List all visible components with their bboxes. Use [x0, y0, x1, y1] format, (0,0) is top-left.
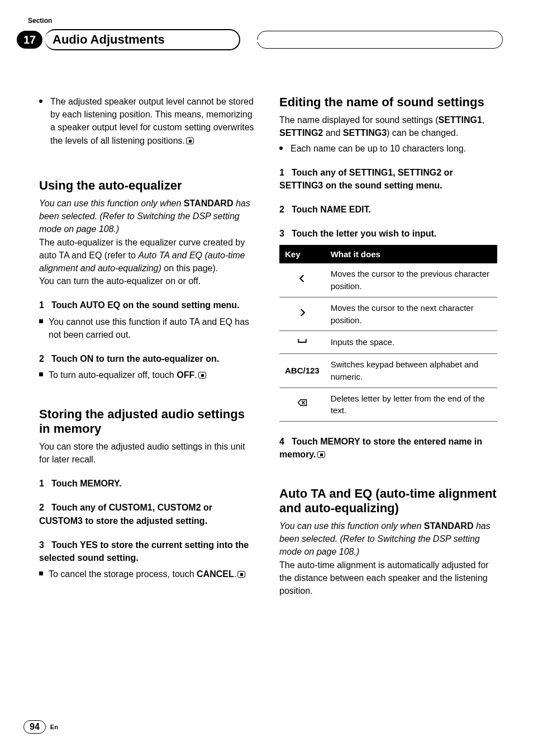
language-code: En — [50, 724, 58, 730]
bullet-text: Each name can be up to 10 characters lon… — [291, 142, 497, 155]
step-number: 3 — [279, 227, 292, 240]
text: , — [482, 115, 484, 125]
square-bullet-icon — [39, 372, 43, 376]
step-text: Touch any of CUSTOM1, CUSTOM2 or CUSTOM3… — [39, 503, 212, 525]
page-number: 94 — [23, 720, 46, 734]
step-number: 2 — [279, 203, 292, 216]
table-header-desc: What it does — [325, 245, 497, 264]
table-row: Moves the cursor to the next character p… — [279, 297, 497, 331]
step-text: Touch NAME EDIT. — [292, 205, 371, 214]
step: 1Touch any of SETTING1, SETTING2 or SETT… — [279, 166, 497, 192]
left-column: The adjusted speaker output level cannot… — [39, 95, 257, 597]
step-number: 4 — [279, 435, 292, 448]
step-number: 1 — [39, 477, 51, 490]
step-text: Touch MEMORY. — [51, 479, 121, 488]
key-cell-space — [279, 331, 325, 354]
desc-cell: Moves the cursor to the next character p… — [325, 297, 497, 331]
top-bullet-text: The adjusted speaker output level cannot… — [50, 97, 254, 145]
space-icon — [295, 336, 310, 346]
paragraph: The auto-time alignment is automatically… — [279, 559, 497, 598]
paragraph: You can turn the auto-equalizer on or of… — [39, 275, 257, 287]
step: 1Touch AUTO EQ on the sound setting menu… — [39, 299, 257, 341]
key-cell-abc123: ABC/123 — [279, 354, 325, 388]
key-cell-left-arrow — [279, 263, 325, 297]
backspace-icon — [296, 398, 308, 408]
heading-auto-ta-eq: Auto TA and EQ (auto-time alignment and … — [279, 486, 497, 515]
note-text: You cannot use this function if auto TA … — [49, 315, 257, 341]
step: 2Touch ON to turn the auto-equalizer on.… — [39, 352, 257, 381]
text: The name displayed for sound settings ( — [279, 115, 439, 125]
paragraph: You can store the adjusted audio setting… — [39, 440, 257, 466]
bold-text: OFF — [177, 370, 194, 380]
right-column: Editing the name of sound settings The n… — [279, 95, 497, 597]
bold-text: SETTING1 — [439, 115, 482, 125]
step-number: 3 — [39, 538, 51, 551]
section-label: Section — [28, 17, 52, 25]
step-note: You cannot use this function if auto TA … — [39, 315, 257, 341]
step-text: Touch the letter you wish to input. — [292, 229, 436, 238]
chevron-right-icon — [297, 308, 307, 318]
bold-text: CANCEL — [197, 569, 234, 579]
square-bullet-icon — [39, 571, 43, 575]
step-text: Touch AUTO EQ on the sound setting menu. — [51, 300, 240, 310]
paragraph: You can use this function only when STAN… — [279, 519, 497, 559]
italic-text: You can use this function only when — [279, 521, 424, 531]
end-section-icon — [186, 138, 194, 144]
key-table: Key What it does Moves the cursor to the… — [279, 245, 497, 422]
step-number: 1 — [39, 299, 51, 311]
note-text: To cancel the storage process, touch — [49, 569, 197, 579]
header-blank-pill — [257, 31, 503, 49]
text: on this page). — [161, 263, 218, 273]
heading-auto-equalizer: Using the auto-equalizer — [39, 178, 257, 192]
bullet-icon — [39, 100, 42, 103]
top-bullet: The adjusted speaker output level cannot… — [39, 95, 257, 147]
bold-text: STANDARD — [184, 199, 234, 208]
step: 3Touch YES to store the current setting … — [39, 538, 257, 581]
step: 4Touch MEMORY to store the entered name … — [279, 435, 497, 461]
bullet-icon — [279, 147, 283, 150]
text: ) can be changed. — [387, 128, 458, 138]
step: 2Touch NAME EDIT. — [279, 203, 497, 216]
step-number: 2 — [39, 352, 51, 365]
header-title-container: Audio Adjustments — [45, 29, 240, 50]
end-section-icon — [198, 372, 206, 379]
table-row: Moves the cursor to the previous charact… — [279, 263, 497, 297]
heading-editing-name: Editing the name of sound settings — [279, 95, 497, 109]
note-text: . — [234, 569, 236, 579]
desc-cell: Deletes letter by letter from the end of… — [325, 388, 497, 422]
step-text: Touch ON to turn the auto-equalizer on. — [51, 354, 219, 363]
text: and — [323, 128, 343, 138]
footer: 94 En — [23, 720, 58, 734]
step: 3Touch the letter you wish to input. — [279, 227, 497, 240]
table-row: ABC/123 Switches keypad between alphabet… — [279, 354, 497, 388]
end-section-icon — [237, 571, 245, 578]
note-text: . — [194, 370, 197, 380]
step-text: Touch MEMORY to store the entered name i… — [279, 437, 482, 459]
step-number: 2 — [39, 501, 51, 514]
header-title: Audio Adjustments — [53, 32, 165, 47]
square-bullet-icon — [39, 319, 43, 323]
bold-text: SETTING2 — [279, 128, 323, 138]
step: 1Touch MEMORY. — [39, 477, 257, 490]
paragraph: The name displayed for sound settings (S… — [279, 114, 497, 139]
end-section-icon — [317, 451, 325, 458]
paragraph: You can use this function only when STAN… — [39, 197, 257, 236]
bullet: Each name can be up to 10 characters lon… — [279, 142, 497, 155]
desc-cell: Moves the cursor to the previous charact… — [325, 263, 497, 297]
step-text: Touch any of SETTING1, SETTING2 or SETTI… — [279, 168, 453, 190]
bold-text: SETTING3 — [343, 128, 387, 138]
step: 2Touch any of CUSTOM1, CUSTOM2 or CUSTOM… — [39, 501, 257, 527]
note-text: To turn auto-equalizer off, touch — [49, 370, 177, 380]
paragraph: The auto-equalizer is the equalizer curv… — [39, 236, 257, 275]
heading-storing-audio: Storing the adjusted audio settings in m… — [39, 407, 257, 436]
step-note: To cancel the storage process, touch CAN… — [39, 568, 257, 580]
table-row: Inputs the space. — [279, 331, 497, 354]
chevron-left-icon — [297, 273, 307, 284]
step-note: To turn auto-equalizer off, touch OFF. — [39, 368, 257, 381]
desc-cell: Switches keypad between alphabet and num… — [325, 354, 497, 388]
table-row: Deletes letter by letter from the end of… — [279, 388, 497, 422]
bold-text: STANDARD — [424, 521, 474, 531]
key-cell-right-arrow — [279, 297, 325, 331]
table-header-key: Key — [279, 245, 325, 264]
step-number: 1 — [279, 166, 292, 179]
